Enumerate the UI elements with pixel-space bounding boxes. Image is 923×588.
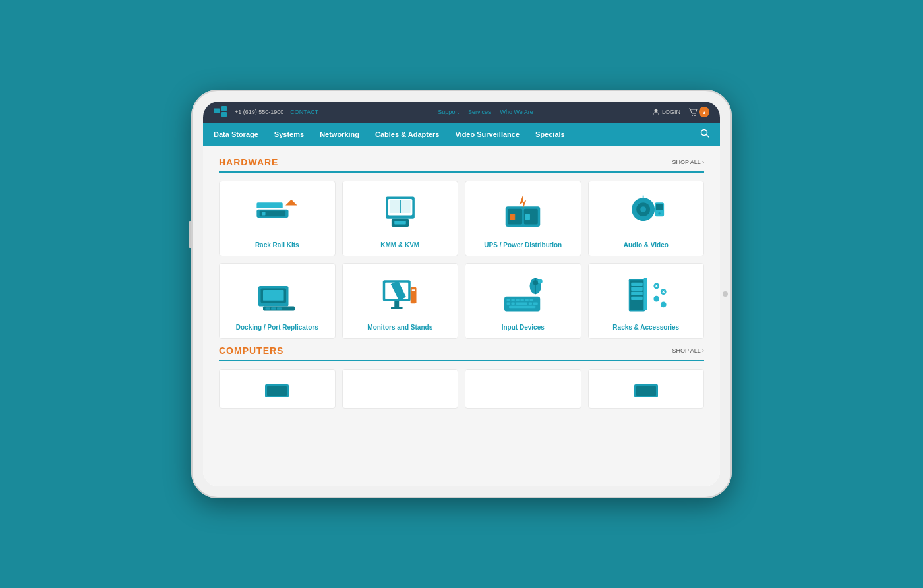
hardware-row-1: Rack Rail Kits KMM & KVM — [219, 181, 704, 256]
phone-number: +1 (619) 550-1900 — [235, 109, 283, 115]
svg-rect-59 — [529, 302, 532, 305]
screen: +1 (619) 550-1900 CONTACT Support Servic… — [203, 102, 720, 486]
svg-point-26 — [640, 206, 646, 212]
services-link[interactable]: Services — [468, 109, 491, 115]
computer-card-3[interactable] — [465, 369, 581, 409]
nav-bar: Data Storage Systems Networking Cables &… — [203, 123, 720, 146]
svg-rect-64 — [631, 283, 643, 286]
svg-point-29 — [658, 212, 661, 215]
logo-icon — [214, 106, 228, 118]
docking-label: Docking / Port Replicators — [236, 323, 318, 332]
racks-accessories-card[interactable]: Racks & Accessories — [588, 263, 705, 339]
svg-rect-0 — [214, 109, 220, 113]
logo[interactable] — [214, 106, 228, 118]
login-label: LOGIN — [662, 109, 680, 115]
input-devices-card[interactable]: Input Devices — [465, 263, 581, 339]
svg-rect-60 — [533, 302, 538, 305]
top-bar-left: +1 (619) 550-1900 CONTACT — [214, 106, 318, 118]
svg-rect-36 — [272, 307, 276, 310]
kmm-kvm-label: KMM & KVM — [380, 241, 419, 249]
svg-rect-51 — [512, 299, 515, 301]
monitors-card[interactable]: Monitors and Stands — [342, 263, 459, 339]
svg-rect-22 — [525, 214, 530, 220]
search-icon[interactable] — [700, 129, 709, 140]
svg-rect-52 — [516, 299, 520, 301]
svg-point-72 — [661, 302, 667, 308]
computers-section-header: COMPUTERS SHOP ALL › — [219, 345, 704, 361]
svg-point-71 — [653, 296, 659, 302]
rack-rail-icon — [254, 189, 300, 235]
support-link[interactable]: Support — [438, 109, 459, 115]
hardware-section-header: HARDWARE SHOP ALL › — [219, 157, 704, 173]
svg-rect-80 — [636, 386, 656, 396]
tablet-frame: +1 (619) 550-1900 CONTACT Support Servic… — [191, 90, 732, 498]
svg-rect-11 — [262, 212, 266, 215]
computer-card-1[interactable] — [219, 369, 336, 409]
nav-data-storage[interactable]: Data Storage — [214, 131, 258, 138]
computer-card-4[interactable] — [588, 369, 705, 409]
svg-rect-68 — [643, 278, 647, 310]
docking-icon — [254, 272, 300, 318]
svg-rect-55 — [530, 299, 533, 301]
audio-video-label: Audio & Video — [624, 241, 669, 249]
tablet-button-right — [723, 291, 728, 297]
nav-video-surveillance[interactable]: Video Surveillance — [455, 131, 520, 138]
top-bar-right: LOGIN 3 — [653, 107, 709, 117]
nav-systems[interactable]: Systems — [274, 131, 304, 138]
monitors-label: Monitors and Stands — [367, 323, 432, 332]
svg-rect-8 — [257, 202, 283, 208]
svg-rect-1 — [221, 106, 227, 111]
svg-rect-21 — [510, 214, 515, 220]
svg-rect-53 — [521, 299, 524, 301]
svg-rect-35 — [266, 307, 270, 310]
computers-shop-all[interactable]: SHOP ALL › — [672, 347, 704, 354]
nav-cables-adapters[interactable]: Cables & Adapters — [375, 131, 439, 138]
docking-card[interactable]: Docking / Port Replicators — [219, 263, 336, 339]
svg-rect-33 — [263, 290, 284, 301]
kmm-kvm-icon — [377, 189, 423, 235]
svg-rect-65 — [631, 287, 643, 291]
monitors-icon — [377, 272, 423, 318]
nav-specials[interactable]: Specials — [535, 131, 565, 138]
svg-rect-56 — [507, 302, 510, 305]
racks-accessories-icon — [623, 272, 669, 318]
tablet-button-left — [189, 221, 191, 248]
login-button[interactable]: LOGIN — [653, 109, 680, 115]
computers-title: COMPUTERS — [219, 345, 283, 356]
svg-point-4 — [692, 115, 693, 116]
rack-rail-label: Rack Rail Kits — [255, 241, 299, 249]
contact-link[interactable]: CONTACT — [290, 109, 318, 115]
hardware-shop-all[interactable]: SHOP ALL › — [672, 159, 704, 165]
cart-badge: 3 — [699, 107, 709, 117]
main-content: HARDWARE SHOP ALL › — [203, 146, 720, 486]
svg-rect-37 — [277, 307, 282, 310]
input-devices-label: Input Devices — [502, 323, 545, 332]
top-bar-center: Support Services Who We Are — [438, 109, 533, 115]
svg-rect-42 — [391, 307, 403, 309]
who-we-are-link[interactable]: Who We Are — [500, 109, 533, 115]
svg-rect-50 — [507, 299, 510, 301]
computers-section: COMPUTERS SHOP ALL › — [219, 345, 704, 409]
svg-point-47 — [538, 279, 543, 283]
top-bar: +1 (619) 550-1900 CONTACT Support Servic… — [203, 102, 720, 123]
hardware-row-2: Docking / Port Replicators — [219, 263, 704, 339]
kmm-kvm-card[interactable]: KMM & KVM — [342, 181, 459, 256]
svg-rect-61 — [509, 306, 535, 309]
rack-rail-kits-card[interactable]: Rack Rail Kits — [219, 181, 336, 256]
svg-rect-54 — [525, 299, 529, 301]
svg-rect-44 — [411, 289, 415, 291]
svg-rect-2 — [221, 112, 227, 117]
hardware-title: HARDWARE — [219, 157, 278, 167]
svg-marker-9 — [285, 200, 297, 206]
input-devices-icon — [500, 272, 546, 318]
audio-video-card[interactable]: Audio & Video — [588, 181, 705, 256]
ups-power-icon — [500, 189, 546, 235]
cart-button[interactable]: 3 — [688, 107, 709, 117]
svg-rect-66 — [631, 292, 643, 295]
nav-networking[interactable]: Networking — [320, 131, 359, 138]
computer-card-2[interactable] — [342, 369, 459, 409]
svg-rect-78 — [267, 386, 287, 396]
ups-power-card[interactable]: UPS / Power Distribution — [465, 181, 581, 256]
ups-power-label: UPS / Power Distribution — [484, 241, 562, 249]
audio-video-icon — [623, 189, 669, 235]
